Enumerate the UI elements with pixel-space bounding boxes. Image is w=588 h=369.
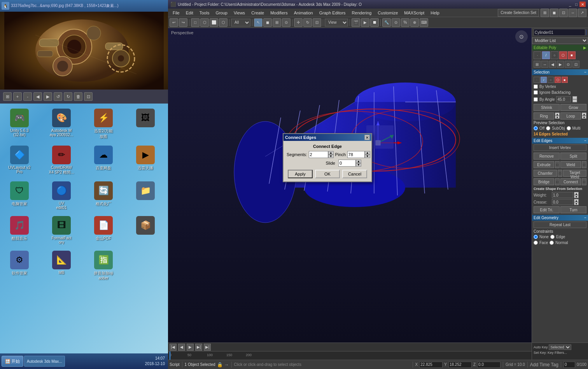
undo-button[interactable]: ↩	[170, 18, 178, 27]
repeat-last-button[interactable]: Repeat Last	[534, 221, 586, 228]
slide-input[interactable]	[338, 160, 356, 167]
ring-down[interactable]: ▼	[555, 116, 560, 119]
toolbar-icon-2[interactable]: ◼	[550, 9, 558, 17]
snap-btn[interactable]: 🔧	[382, 18, 391, 27]
z-input[interactable]	[477, 362, 500, 368]
object-name-input[interactable]	[534, 29, 585, 36]
prev-grid-btn[interactable]: ⊡	[84, 92, 93, 101]
object-color-swatch[interactable]	[586, 30, 586, 35]
toolbar-icon-4[interactable]: ↔	[569, 9, 577, 17]
maximize-button[interactable]: □	[573, 2, 579, 7]
desktop-icon-blank[interactable]: 📁	[128, 180, 163, 211]
desktop-icon-img4[interactable]: 🖼	[128, 107, 163, 141]
weld-button[interactable]: Weld	[560, 161, 581, 168]
sel-elem-icon[interactable]: ■	[562, 77, 568, 83]
sel-poly-icon[interactable]: ⬡	[555, 77, 561, 83]
lock-icon[interactable]: 🔒	[217, 362, 223, 367]
start-button[interactable]: 🪟 开始	[2, 356, 23, 367]
toolbar-icon-5[interactable]: ↗	[578, 9, 586, 17]
by-angle-checkbox[interactable]	[534, 97, 538, 102]
edge-constraint-radio[interactable]	[550, 235, 555, 239]
pct-snap-btn[interactable]: %	[401, 18, 410, 27]
desktop-icon-mb[interactable]: 📐 MB	[44, 249, 79, 282]
redo-button[interactable]: ↪	[179, 18, 187, 27]
by-vertex-checkbox[interactable]	[534, 84, 538, 89]
x-input[interactable]	[419, 362, 443, 368]
viewport-orbit-icon[interactable]: ⊙	[515, 30, 528, 43]
loop-down[interactable]: ▼	[582, 116, 586, 119]
minimize-button[interactable]: _	[567, 2, 573, 7]
bridge-settings-btn[interactable]: □	[555, 178, 560, 185]
prev-undo-btn[interactable]: ↺	[54, 92, 62, 101]
transform-gizmo-btn[interactable]: ⊞	[273, 18, 281, 27]
ignore-backfacing-checkbox[interactable]	[534, 90, 538, 95]
desktop-icon-music[interactable]: 🎵 酷我音乐	[2, 214, 37, 246]
desktop-icon-uv-edit[interactable]: 🔵 UVedit01	[44, 180, 79, 211]
ring-up[interactable]: ▲	[555, 112, 560, 116]
desktop-icon-software[interactable]: ⚙ 软件管家	[2, 249, 37, 282]
select-cursor-btn[interactable]: ↖	[254, 18, 262, 27]
none-radio[interactable]	[534, 235, 538, 239]
chamfer-settings-btn[interactable]: □	[558, 170, 562, 177]
shrink-button[interactable]: Shrink	[534, 104, 560, 111]
modifier-list-dropdown[interactable]: Modifier List	[532, 37, 588, 44]
helper-btn-6[interactable]: ⊡	[572, 61, 579, 68]
menu-modifiers[interactable]: Modifiers	[267, 10, 291, 16]
menu-tools[interactable]: Tools	[196, 10, 213, 16]
chamfer-button[interactable]: Chamfer	[534, 170, 557, 177]
transport-start-btn[interactable]: |◀	[170, 344, 177, 351]
off-radio[interactable]	[534, 126, 538, 130]
transport-end-btn[interactable]: ▶|	[204, 344, 211, 351]
menu-animation[interactable]: Animation	[291, 10, 316, 16]
prev-redo-btn[interactable]: ↻	[64, 92, 72, 101]
loop-button[interactable]: Loop	[560, 112, 581, 119]
y-input[interactable]	[448, 362, 472, 368]
quick-render-btn[interactable]: ▶	[361, 18, 369, 27]
close-button[interactable]: ✕	[579, 2, 586, 7]
crease-input[interactable]	[552, 199, 573, 205]
filter-dropdown[interactable]: All	[231, 19, 250, 26]
desktop-icon-thunder[interactable]: ⚡ 迅雷2/万能放图	[86, 107, 121, 141]
scale-btn[interactable]: ⊡	[313, 18, 321, 27]
segments-input[interactable]	[309, 151, 328, 158]
helper-btn-1[interactable]: ⊞	[534, 61, 541, 68]
edit-edges-section-header[interactable]: Edit Edges −	[532, 138, 588, 144]
ok-button[interactable]: OK	[315, 170, 340, 178]
normal-radio[interactable]	[550, 241, 554, 245]
crease-down[interactable]: ▼	[574, 202, 579, 205]
helper-btn-3[interactable]: ◀	[549, 61, 556, 68]
menu-help[interactable]: Help	[427, 10, 443, 16]
auto-key-dropdown[interactable]: Selected	[549, 344, 571, 350]
pinch-down[interactable]: ▼	[365, 155, 370, 158]
prev-fwd-btn[interactable]: ▶	[44, 92, 52, 101]
weld-settings-btn[interactable]: □	[582, 161, 586, 168]
select-object-btn[interactable]: ◼	[263, 18, 272, 27]
desktop-icon-pc-manager[interactable]: 🛡 电脑管家	[2, 180, 37, 211]
grow-button[interactable]: Grow	[560, 104, 586, 111]
multi-radio[interactable]	[567, 126, 571, 130]
sel-border-icon[interactable]: ○	[548, 77, 554, 83]
key-filters-link[interactable]: Key Filters...	[548, 351, 567, 355]
by-angle-input[interactable]	[556, 96, 571, 102]
slide-up[interactable]: ▲	[356, 160, 361, 163]
menu-rendering[interactable]: Rendering	[349, 10, 375, 16]
desktop-icon-baiducloud[interactable]: ☁ 百度网盘	[86, 144, 121, 177]
cancel-button[interactable]: Cancel	[342, 170, 367, 178]
ring-button[interactable]: Ring	[534, 112, 554, 119]
bridge-button[interactable]: Bridge	[534, 178, 554, 185]
desktop-icon-coreldraw[interactable]: ✏ CorelDRAWX4 SP2 精简...	[44, 144, 79, 177]
menu-group[interactable]: Group	[212, 10, 231, 16]
select-fence-btn[interactable]: ⬡	[219, 18, 228, 27]
toolbar-icon-3[interactable]: ⊡	[559, 9, 568, 17]
helper-btn-2[interactable]: ↔	[541, 61, 548, 68]
menu-maxscript[interactable]: MAXScript	[401, 10, 427, 16]
edit-tri-button[interactable]: Edit Tri.	[534, 206, 560, 213]
menu-file[interactable]: File	[170, 10, 183, 16]
border-icon[interactable]: ○	[551, 51, 558, 59]
angle-down[interactable]: ▼	[572, 99, 577, 102]
selection-section-header[interactable]: Selection −	[532, 69, 588, 75]
helper-btn-4[interactable]: ▶	[557, 61, 564, 68]
desktop-icon-jinshan[interactable]: 📄 金山PDF	[86, 214, 121, 246]
split-button[interactable]: Split	[560, 153, 586, 160]
menu-edit[interactable]: Edit	[183, 10, 196, 16]
